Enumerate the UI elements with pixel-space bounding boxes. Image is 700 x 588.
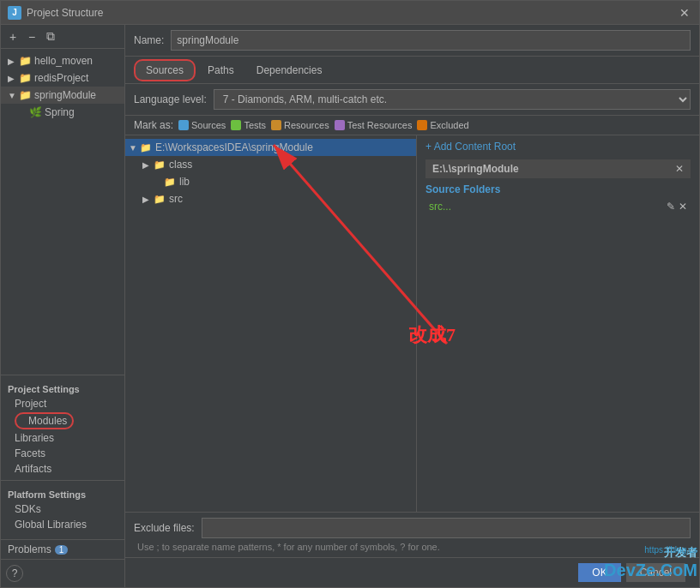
- collapse-arrow: ▼: [129, 143, 139, 153]
- ftree-root-label: E:\WorkspacesIDEA\springModule: [155, 141, 313, 153]
- sidebar-item-sdks[interactable]: SDKs: [1, 501, 124, 517]
- tree-item-spring-module[interactable]: ▼ 📁 springModule: [1, 87, 124, 104]
- name-row: Name:: [125, 25, 699, 57]
- tree-label: springModule: [34, 89, 96, 101]
- mark-sources-button[interactable]: Sources: [178, 120, 226, 130]
- folder-orange-icon: 📁: [153, 158, 166, 171]
- sidebar-item-libraries[interactable]: Libraries: [1, 430, 124, 446]
- problems-row: Problems 1: [1, 539, 124, 559]
- exclude-input[interactable]: [202, 518, 691, 538]
- title-bar: J Project Structure ✕: [1, 1, 699, 25]
- sources-color-dot: [178, 120, 189, 130]
- sidebar-item-global-libraries[interactable]: Global Libraries: [1, 517, 124, 532]
- remove-module-button[interactable]: −: [23, 28, 40, 45]
- name-input[interactable]: [171, 30, 691, 51]
- tree-arrow: [18, 108, 28, 117]
- tree-item-hello-moven[interactable]: ▶ 📁 hello_moven: [1, 52, 124, 69]
- copy-module-button[interactable]: ⧉: [42, 28, 59, 45]
- right-panel: Name: Sources Paths Dependencies Languag…: [125, 25, 699, 587]
- mark-tests-label: Tests: [244, 120, 266, 130]
- mark-tests-button[interactable]: Tests: [231, 120, 266, 130]
- edit-source-button[interactable]: ✎: [667, 201, 675, 213]
- folder-icon: 📁: [139, 141, 153, 154]
- mark-as-label: Mark as:: [134, 119, 173, 131]
- left-panel: + − ⧉ ▶ 📁 hello_moven ▶ 📁 redisProject ▼: [1, 25, 125, 587]
- ftree-item-lib[interactable]: 📁 lib: [125, 173, 416, 190]
- language-level-select[interactable]: 3 - Enumerations, autoboxing etc.5 - Enu…: [214, 89, 691, 110]
- no-arrow: [153, 177, 163, 187]
- sidebar-item-modules-wrapper[interactable]: Modules: [1, 411, 124, 430]
- source-item-path: src...: [429, 201, 451, 213]
- platform-settings-header: Platform Settings: [1, 484, 124, 501]
- tree-item-spring[interactable]: 🌿 Spring: [1, 104, 124, 121]
- file-tree-panel: ▼ 📁 E:\WorkspacesIDEA\springModule ▶ 📁 c…: [125, 135, 417, 512]
- dialog-body: + − ⧉ ▶ 📁 hello_moven ▶ 📁 redisProject ▼: [1, 25, 699, 587]
- spring-icon: 🌿: [28, 105, 42, 119]
- platform-settings-section: Platform Settings SDKs Global Libraries: [1, 480, 124, 536]
- ftree-item-src[interactable]: ▶ 📁 src: [125, 190, 416, 207]
- mark-excluded-label: Excluded: [430, 120, 468, 130]
- sidebar-item-facets[interactable]: Facets: [1, 446, 124, 461]
- name-label: Name:: [134, 34, 164, 46]
- tree-arrow: ▼: [8, 91, 18, 100]
- tree-item-redis-project[interactable]: ▶ 📁 redisProject: [1, 69, 124, 87]
- ftree-item-class[interactable]: ▶ 📁 class: [125, 156, 416, 173]
- folder-plain-icon: 📁: [163, 175, 177, 189]
- tab-sources[interactable]: Sources: [134, 59, 196, 81]
- add-module-button[interactable]: +: [4, 28, 21, 45]
- source-item-actions: ✎ ✕: [667, 201, 687, 213]
- resources-color-dot: [271, 120, 281, 130]
- tree-label: hello_moven: [34, 55, 93, 67]
- mark-test-resources-button[interactable]: Test Resources: [335, 120, 413, 130]
- expand-arrow: ▶: [142, 160, 153, 170]
- expand-arrow-src: ▶: [142, 195, 153, 204]
- mark-excluded-button[interactable]: Excluded: [417, 120, 468, 130]
- language-level-row: Language level: 3 - Enumerations, autobo…: [125, 84, 699, 116]
- folder-blue-icon: 📁: [153, 192, 166, 206]
- remove-source-button[interactable]: ✕: [679, 201, 687, 213]
- project-structure-dialog: J Project Structure ✕ + − ⧉ ▶ 📁 hello_mo…: [0, 0, 700, 588]
- problems-badge: 1: [55, 545, 69, 555]
- tab-dependencies[interactable]: Dependencies: [246, 61, 333, 80]
- module-path-header: E:\.\springModule ✕: [425, 159, 691, 178]
- language-level-label: Language level:: [134, 93, 207, 105]
- tabs-row: Sources Paths Dependencies: [125, 57, 699, 84]
- mark-resources-label: Resources: [284, 120, 329, 130]
- module-path-text: E:\.\springModule: [432, 163, 519, 175]
- sidebar-item-artifacts[interactable]: Artifacts: [1, 461, 124, 477]
- left-bottom: ?: [1, 559, 124, 587]
- project-settings-section: Project Settings Project Modules Librari…: [1, 375, 124, 480]
- bottom-area: Exclude files: Use ; to separate name pa…: [125, 512, 699, 557]
- tree-label: Spring: [45, 106, 75, 118]
- cancel-button[interactable]: Cancel: [626, 563, 685, 582]
- content-area: ▼ 📁 E:\WorkspacesIDEA\springModule ▶ 📁 c…: [125, 135, 699, 512]
- help-button[interactable]: ?: [6, 565, 23, 582]
- mark-resources-button[interactable]: Resources: [271, 120, 329, 130]
- problems-label[interactable]: Problems: [8, 543, 51, 555]
- tests-color-dot: [231, 120, 241, 130]
- sidebar-item-modules[interactable]: Modules: [15, 412, 74, 429]
- ftree-item-root[interactable]: ▼ 📁 E:\WorkspacesIDEA\springModule: [125, 139, 416, 156]
- app-icon: J: [8, 6, 21, 20]
- close-module-button[interactable]: ✕: [675, 163, 684, 175]
- folder-icon: 📁: [18, 88, 32, 102]
- mark-test-resources-label: Test Resources: [347, 120, 413, 130]
- add-content-root-button[interactable]: + Add Content Root: [425, 141, 691, 153]
- close-button[interactable]: ✕: [677, 5, 692, 21]
- source-folders-label: Source Folders: [425, 183, 691, 195]
- tree-label: redisProject: [34, 72, 88, 84]
- exclude-row: Exclude files:: [134, 518, 691, 538]
- project-settings-header: Project Settings: [1, 379, 124, 396]
- exclude-label: Exclude files:: [134, 522, 195, 534]
- ftree-src-label: src: [169, 193, 183, 205]
- test-resources-color-dot: [335, 120, 345, 130]
- sidebar-item-project[interactable]: Project: [1, 396, 124, 411]
- excluded-color-dot: [417, 120, 427, 130]
- tab-paths[interactable]: Paths: [197, 61, 244, 80]
- window-title: Project Structure: [27, 7, 677, 19]
- tree-arrow: ▶: [8, 74, 18, 83]
- ok-button[interactable]: OK: [578, 563, 620, 582]
- folder-icon: 📁: [18, 54, 32, 68]
- source-item-row: src... ✎ ✕: [425, 199, 691, 214]
- module-tree: ▶ 📁 hello_moven ▶ 📁 redisProject ▼ 📁 spr…: [1, 49, 124, 375]
